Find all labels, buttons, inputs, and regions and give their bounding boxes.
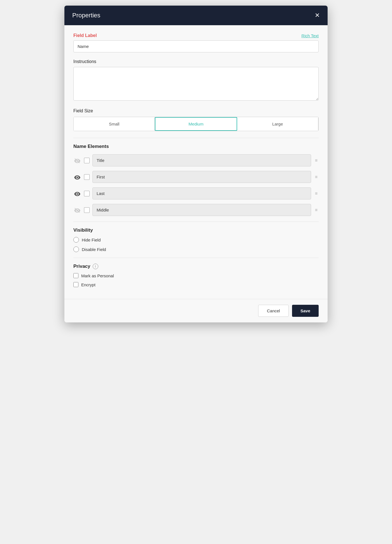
disable-field-row: Disable Field bbox=[73, 247, 319, 252]
mark-personal-label: Mark as Personal bbox=[81, 273, 114, 278]
info-icon[interactable]: i bbox=[93, 264, 98, 269]
name-field-first[interactable] bbox=[92, 171, 311, 183]
encrypt-checkbox[interactable] bbox=[73, 282, 78, 287]
name-element-row: ≡ bbox=[73, 171, 319, 183]
divider-3 bbox=[73, 258, 319, 258]
field-label-text: Field Label bbox=[73, 33, 97, 38]
save-button[interactable]: Save bbox=[292, 305, 319, 317]
drag-handle-last[interactable]: ≡ bbox=[314, 191, 319, 196]
instructions-label: Instructions bbox=[73, 59, 319, 64]
disable-field-radio[interactable] bbox=[73, 247, 79, 252]
drag-handle-middle[interactable]: ≡ bbox=[314, 208, 319, 213]
instructions-textarea[interactable] bbox=[73, 67, 319, 101]
name-element-row: ≡ bbox=[73, 154, 319, 166]
modal-body: Field Label Rich Text Instructions Field… bbox=[64, 25, 328, 299]
checkbox-title[interactable] bbox=[84, 158, 90, 163]
visibility-section: Visibility Hide Field Disable Field bbox=[73, 227, 319, 252]
name-element-row: ≡ bbox=[73, 204, 319, 216]
instructions-section: Instructions bbox=[73, 59, 319, 102]
field-label-section: Field Label Rich Text bbox=[73, 33, 319, 52]
privacy-label-row: Privacy i bbox=[73, 264, 319, 269]
checkbox-first[interactable] bbox=[84, 174, 90, 180]
modal-header: Properties ✕ bbox=[64, 6, 328, 25]
drag-handle-first[interactable]: ≡ bbox=[314, 175, 319, 180]
visibility-label: Visibility bbox=[73, 227, 319, 233]
hide-field-label: Hide Field bbox=[82, 238, 101, 242]
field-size-section: Field Size Small Medium Large bbox=[73, 108, 319, 131]
name-element-row: ≡ bbox=[73, 187, 319, 199]
rich-text-link[interactable]: Rich Text bbox=[302, 33, 319, 38]
name-elements-label: Name Elements bbox=[73, 144, 319, 149]
encrypt-label: Encrypt bbox=[81, 282, 95, 287]
name-field-middle[interactable] bbox=[92, 204, 311, 216]
eye-icon-first[interactable] bbox=[73, 175, 81, 180]
hide-field-row: Hide Field bbox=[73, 237, 319, 243]
eye-icon-title[interactable] bbox=[73, 158, 81, 163]
field-size-label: Field Size bbox=[73, 108, 319, 113]
cancel-button[interactable]: Cancel bbox=[258, 305, 289, 317]
properties-modal: Properties ✕ Field Label Rich Text Instr… bbox=[64, 6, 328, 322]
drag-handle-title[interactable]: ≡ bbox=[314, 158, 319, 163]
mark-personal-row: Mark as Personal bbox=[73, 273, 319, 278]
field-label-input[interactable] bbox=[73, 40, 319, 52]
eye-icon-middle[interactable] bbox=[73, 208, 81, 213]
name-field-last[interactable] bbox=[92, 187, 311, 199]
checkbox-middle[interactable] bbox=[84, 207, 90, 213]
size-option-medium[interactable]: Medium bbox=[155, 117, 237, 131]
privacy-label: Privacy bbox=[73, 264, 90, 269]
modal-title: Properties bbox=[72, 12, 100, 19]
divider-1 bbox=[73, 138, 319, 138]
size-toggle: Small Medium Large bbox=[73, 117, 319, 131]
privacy-section: Privacy i Mark as Personal Encrypt bbox=[73, 264, 319, 287]
disable-field-label: Disable Field bbox=[82, 247, 106, 252]
name-field-title[interactable] bbox=[92, 154, 311, 166]
mark-personal-checkbox[interactable] bbox=[73, 273, 78, 278]
encrypt-row: Encrypt bbox=[73, 282, 319, 287]
size-option-small[interactable]: Small bbox=[74, 117, 155, 131]
checkbox-last[interactable] bbox=[84, 191, 90, 196]
divider-2 bbox=[73, 222, 319, 222]
eye-icon-last[interactable] bbox=[73, 191, 81, 196]
modal-footer: Cancel Save bbox=[64, 299, 328, 322]
field-label-row: Field Label Rich Text bbox=[73, 33, 319, 38]
hide-field-radio[interactable] bbox=[73, 237, 79, 243]
size-option-large[interactable]: Large bbox=[237, 117, 318, 131]
name-elements-section: Name Elements ≡ bbox=[73, 144, 319, 216]
close-icon[interactable]: ✕ bbox=[315, 12, 320, 18]
